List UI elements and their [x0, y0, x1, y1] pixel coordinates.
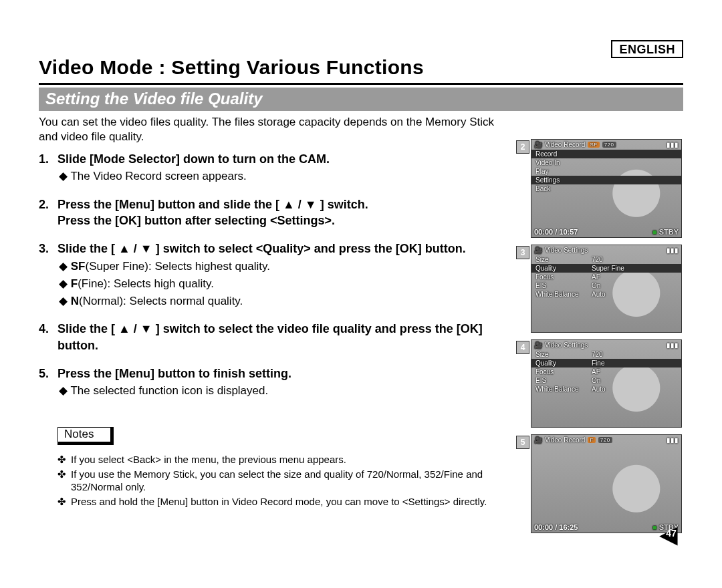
- lcd-menu-row: Size720: [531, 350, 681, 359]
- lcd-step-number: 2: [516, 140, 529, 154]
- notes-list: If you select <Back> in the menu, the pr…: [39, 453, 519, 508]
- lcd-menu-row: Size720: [531, 255, 681, 264]
- lcd-pill: SF: [588, 142, 599, 148]
- lcd-menu-row: White BalanceAuto: [531, 290, 681, 299]
- lcd-status: ■ STBY: [652, 228, 679, 236]
- lcd-menu-row: FocusAF: [531, 368, 681, 376]
- lcd-screenshot: 2🎥Video RecordSF720▮▮▮RecordVideo InPlay…: [531, 139, 683, 238]
- lcd-screenshot: 5🎥Video RecordF720▮▮▮00:00 / 16:25■ STBY: [531, 434, 683, 533]
- step-number: 2.: [39, 196, 52, 229]
- step-heading: Slide the [ ▲ / ▼ ] switch to select <Qu…: [57, 241, 519, 257]
- lcd-menu-row: White BalanceAuto: [531, 385, 681, 394]
- step-heading: Press the [Menu] button to finish settin…: [57, 365, 519, 382]
- lcd-pill: 720: [598, 437, 612, 443]
- lcd-menu-row: FocusAF: [531, 273, 681, 281]
- battery-icon: ▮▮▮: [667, 141, 679, 148]
- lcd-pill: F: [588, 437, 595, 443]
- steps-list: 1.Slide [Mode Selector] down to turn on …: [39, 151, 519, 400]
- lcd-menu-row: EISOn: [531, 376, 681, 385]
- note-item: If you use the Memory Stick, you can sel…: [57, 468, 519, 494]
- language-badge: ENGLISH: [611, 40, 683, 58]
- lcd-title: Video Settings: [545, 247, 588, 254]
- lcd-step-number: 3: [516, 246, 529, 259]
- lcd-title: Video Record: [545, 141, 585, 148]
- step-heading: Press the [Menu] button and slide the [ …: [57, 196, 519, 229]
- lcd-time-counter: 00:00 / 10:57: [534, 228, 578, 236]
- notes-heading: Notes: [57, 427, 114, 445]
- lcd-step-number: 5: [516, 436, 529, 449]
- lcd-title: Video Settings: [545, 341, 588, 349]
- lcd-menu-row: Play: [531, 167, 681, 176]
- lcd-step-number: 4: [516, 341, 529, 354]
- step-number: 3.: [39, 241, 52, 257]
- section-heading: Setting the Video file Quality: [39, 88, 683, 111]
- lcd-menu-row: EISOn: [531, 281, 681, 290]
- lcd-pill: 720: [602, 142, 616, 148]
- step-sub: ◆ F(Fine): Selects high quality.: [59, 277, 214, 290]
- lcd-time-counter: 00:00 / 16:25: [534, 523, 578, 531]
- intro-text: You can set the video files quality. The…: [39, 115, 513, 144]
- battery-icon: ▮▮▮: [667, 341, 679, 349]
- lcd-figure-column: 2🎥Video RecordSF720▮▮▮RecordVideo InPlay…: [531, 139, 683, 540]
- step-sub: ◆ SF(Super Fine): Selects highest qualit…: [59, 260, 270, 273]
- battery-icon: ▮▮▮: [667, 436, 679, 444]
- note-item: If you select <Back> in the menu, the pr…: [57, 453, 519, 466]
- step-sub: The Video Record screen appears.: [59, 170, 247, 182]
- page-title: Video Mode : Setting Various Functions: [39, 56, 683, 79]
- step-number: 4.: [39, 321, 52, 353]
- lcd-screenshot: 3🎥Video Settings▮▮▮Size720QualitySuper F…: [531, 245, 683, 333]
- lcd-menu-row: QualitySuper Fine: [531, 264, 681, 273]
- battery-icon: ▮▮▮: [667, 247, 679, 254]
- step-sub: ◆ N(Normal): Selects normal quality.: [59, 295, 243, 307]
- lcd-screenshot: 4🎥Video Settings▮▮▮Size720QualityFineFoc…: [531, 339, 683, 428]
- lcd-menu-row: Back: [531, 184, 681, 193]
- lcd-menu-row: Record: [531, 150, 681, 158]
- lcd-menu-row: QualityFine: [531, 359, 681, 368]
- step-number: 1.: [39, 151, 52, 167]
- step-heading: Slide the [ ▲ / ▼ ] switch to select the…: [57, 321, 519, 353]
- lcd-menu-row: Settings: [531, 176, 681, 184]
- step-heading: Slide [Mode Selector] down to turn on th…: [57, 151, 519, 167]
- title-rule: [39, 83, 683, 85]
- page-number-badge: ◀ 47: [659, 523, 683, 547]
- lcd-title: Video Record: [545, 436, 585, 444]
- step-number: 5.: [39, 365, 52, 382]
- note-item: Press and hold the [Menu] button in Vide…: [57, 495, 519, 508]
- step-sub: The selected function icon is displayed.: [59, 384, 268, 397]
- lcd-menu-row: Video In: [531, 158, 681, 167]
- page-number: 47: [659, 528, 683, 539]
